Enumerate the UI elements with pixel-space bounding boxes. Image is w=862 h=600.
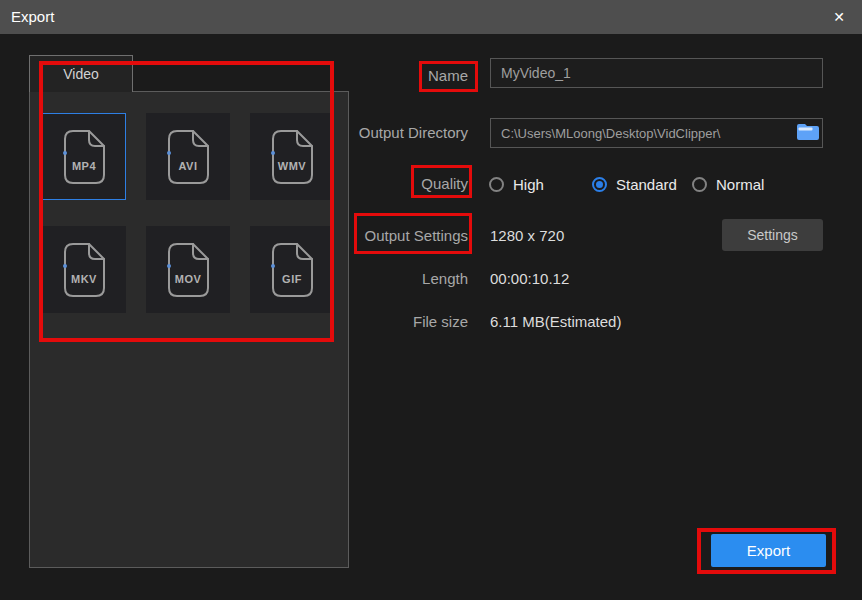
length-value: 00:00:10.12: [490, 270, 569, 288]
settings-button[interactable]: Settings: [722, 219, 823, 251]
file-size-label: File size: [413, 312, 468, 332]
export-dialog: Export ✕ Video MP4 AVI WMV: [0, 0, 862, 600]
format-label: MOV: [175, 273, 202, 285]
format-label: MKV: [71, 273, 97, 285]
file-page-icon: MKV: [61, 242, 107, 298]
format-tile-avi[interactable]: AVI: [146, 113, 230, 200]
file-page-icon: WMV: [269, 129, 315, 185]
output-directory-label: Output Directory: [359, 123, 468, 143]
format-label: GIF: [282, 273, 302, 285]
title-bar: Export ✕: [0, 0, 862, 34]
radio-standard[interactable]: [592, 177, 607, 192]
name-input[interactable]: [490, 58, 823, 88]
radio-high[interactable]: [489, 177, 504, 192]
radio-normal[interactable]: [692, 177, 707, 192]
format-label: MP4: [72, 160, 97, 172]
close-icon: ✕: [833, 9, 845, 25]
length-label: Length: [422, 269, 468, 289]
format-tile-mp4[interactable]: MP4: [42, 113, 126, 200]
radio-normal-label[interactable]: Normal: [716, 176, 764, 194]
format-label: AVI: [178, 160, 197, 172]
folder-icon: [796, 122, 820, 142]
file-page-icon: MOV: [165, 242, 211, 298]
radio-high-label[interactable]: High: [513, 176, 544, 194]
file-page-icon: AVI: [165, 129, 211, 185]
browse-folder-button[interactable]: [795, 122, 821, 144]
output-settings-label: Output Settings: [365, 226, 468, 246]
file-page-icon: GIF: [269, 242, 315, 298]
export-button[interactable]: Export: [711, 534, 826, 567]
format-tile-mov[interactable]: MOV: [146, 226, 230, 313]
tab-video[interactable]: Video: [29, 55, 133, 92]
radio-standard-label[interactable]: Standard: [616, 176, 677, 194]
name-label: Name: [428, 66, 468, 86]
format-tile-wmv[interactable]: WMV: [250, 113, 334, 200]
quality-label: Quality: [421, 174, 468, 194]
format-tile-gif[interactable]: GIF: [250, 226, 334, 313]
window-title: Export: [11, 0, 54, 34]
file-size-value: 6.11 MB(Estimated): [490, 313, 621, 331]
format-tile-mkv[interactable]: MKV: [42, 226, 126, 313]
file-page-icon: MP4: [61, 129, 107, 185]
close-button[interactable]: ✕: [816, 0, 862, 34]
format-label: WMV: [278, 160, 307, 172]
resolution-value: 1280 x 720: [490, 227, 564, 245]
output-directory-input[interactable]: [490, 118, 823, 148]
